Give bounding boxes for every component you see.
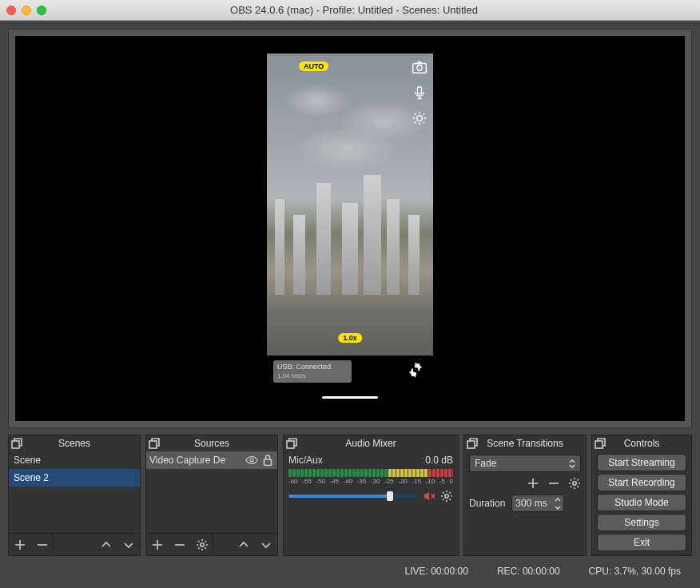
svg-rect-8 <box>264 459 272 466</box>
chevron-updown-icon <box>569 459 575 468</box>
settings-button[interactable]: Settings <box>597 514 686 531</box>
duration-spinner[interactable]: 300 ms <box>511 495 564 512</box>
switch-camera-icon[interactable] <box>411 58 428 76</box>
source-label: Video Capture De <box>149 455 242 466</box>
tick: -5 <box>439 478 445 485</box>
controls-title: Controls <box>624 438 660 449</box>
transitions-header[interactable]: Scene Transitions <box>464 435 586 451</box>
lock-icon[interactable] <box>261 454 274 467</box>
mute-icon[interactable] <box>423 490 436 503</box>
source-properties-button[interactable] <box>191 534 213 556</box>
spin-down-icon[interactable] <box>552 503 563 511</box>
start-streaming-button[interactable]: Start Streaming <box>597 454 686 471</box>
phone-settings-icon[interactable] <box>406 360 425 379</box>
add-source-button[interactable] <box>146 534 169 556</box>
svg-point-13 <box>573 482 576 485</box>
scene-item[interactable]: Scene <box>9 451 140 469</box>
scenes-title: Scenes <box>58 438 90 449</box>
add-transition-button[interactable] <box>527 477 539 490</box>
source-item[interactable]: Video Capture De <box>146 451 277 469</box>
usb-rate: 1.04 MB/s <box>277 371 348 380</box>
title-bar: OBS 24.0.6 (mac) - Profile: Untitled - S… <box>0 0 700 21</box>
transition-properties-button[interactable] <box>568 477 581 490</box>
visibility-toggle-icon[interactable] <box>245 454 258 467</box>
transition-select[interactable]: Fade <box>469 455 581 472</box>
svg-point-9 <box>200 542 203 546</box>
svg-rect-6 <box>149 441 157 448</box>
audio-meter <box>288 469 453 477</box>
window-title: OBS 24.0.6 (mac) - Profile: Untitled - S… <box>14 4 694 16</box>
controls-header[interactable]: Controls <box>592 435 691 451</box>
svg-rect-10 <box>287 441 294 448</box>
mixer-channel-row: Mic/Aux 0.0 dB <box>288 455 453 466</box>
tick: -40 <box>344 478 353 485</box>
move-source-up-button[interactable] <box>233 534 255 556</box>
sources-toolbar <box>146 533 277 555</box>
mixer-body: Mic/Aux 0.0 dB -60 -55 -50 -45 -40 -35 -… <box>284 451 458 555</box>
popout-icon[interactable] <box>595 438 606 449</box>
svg-rect-1 <box>418 87 422 94</box>
tick: -60 <box>288 478 298 485</box>
status-cpu: CPU: 3.7%, 30.00 fps <box>589 566 681 577</box>
phone-source[interactable]: AUTO 1.0x <box>267 54 433 403</box>
svg-point-7 <box>250 459 253 462</box>
sources-dock: Sources Video Capture De <box>145 435 278 556</box>
status-bar: LIVE: 00:00:00 REC: 00:00:00 CPU: 3.7%, … <box>8 562 692 580</box>
tick: -55 <box>302 478 312 485</box>
popout-icon[interactable] <box>149 438 160 449</box>
tick: -50 <box>316 478 325 485</box>
audio-mixer-dock: Audio Mixer Mic/Aux 0.0 dB -60 -55 -50 -… <box>283 435 459 556</box>
usb-title: USB: Connected <box>277 363 348 371</box>
docks-row: Scenes Scene Scene 2 Sources Vi <box>8 435 692 556</box>
phone-bottom-bar: USB: Connected 1.04 MB/s <box>267 356 433 403</box>
mixer-header[interactable]: Audio Mixer <box>284 435 458 451</box>
scenes-list[interactable]: Scene Scene 2 <box>9 451 140 533</box>
popout-icon[interactable] <box>11 438 22 449</box>
sources-header[interactable]: Sources <box>146 435 277 451</box>
scenes-header[interactable]: Scenes <box>9 435 140 451</box>
scene-item[interactable]: Scene 2 <box>9 469 140 487</box>
svg-rect-5 <box>12 441 19 448</box>
remove-source-button[interactable] <box>169 534 191 556</box>
app-body: AUTO 1.0x <box>0 21 700 588</box>
scene-transitions-dock: Scene Transitions Fade Duration <box>463 435 587 556</box>
usb-status: USB: Connected 1.04 MB/s <box>273 360 352 383</box>
exit-button[interactable]: Exit <box>597 534 686 551</box>
spin-up-icon[interactable] <box>552 495 563 503</box>
svg-rect-14 <box>595 441 603 448</box>
sources-list[interactable]: Video Capture De <box>146 451 277 533</box>
start-recording-button[interactable]: Start Recording <box>597 474 686 491</box>
status-rec: REC: 00:00:00 <box>497 566 560 577</box>
auto-badge: AUTO <box>299 62 328 71</box>
zoom-badge: 1.0x <box>338 333 362 343</box>
popout-icon[interactable] <box>286 438 297 449</box>
remove-transition-button[interactable] <box>547 477 560 490</box>
popout-icon[interactable] <box>467 438 478 449</box>
volume-row <box>288 490 453 503</box>
home-indicator <box>322 396 378 399</box>
brightness-icon[interactable] <box>411 109 428 127</box>
scenes-dock: Scenes Scene Scene 2 <box>8 435 141 556</box>
microphone-icon[interactable] <box>411 84 428 101</box>
move-scene-down-button[interactable] <box>117 534 140 556</box>
tick: -10 <box>426 478 436 485</box>
remove-scene-button[interactable] <box>31 534 54 556</box>
scenes-toolbar <box>9 533 140 555</box>
move-source-down-button[interactable] <box>255 534 277 556</box>
channel-settings-icon[interactable] <box>440 490 453 503</box>
transitions-title: Scene Transitions <box>487 438 563 449</box>
transitions-body: Fade Duration 300 ms <box>464 451 586 515</box>
preview-canvas[interactable]: AUTO 1.0x <box>15 36 685 421</box>
tick: -15 <box>412 478 421 485</box>
tick: -35 <box>357 478 367 485</box>
add-scene-button[interactable] <box>9 534 31 556</box>
mixer-title: Audio Mixer <box>345 438 396 449</box>
volume-slider[interactable] <box>288 495 418 498</box>
studio-mode-button[interactable]: Studio Mode <box>597 494 686 511</box>
move-scene-up-button[interactable] <box>95 534 117 556</box>
transition-selected: Fade <box>475 458 496 469</box>
meter-ticks: -60 -55 -50 -45 -40 -35 -30 -25 -20 -15 … <box>288 478 453 485</box>
svg-point-11 <box>445 495 448 498</box>
tick: 0 <box>449 478 452 485</box>
preview-frame: AUTO 1.0x <box>8 29 692 428</box>
